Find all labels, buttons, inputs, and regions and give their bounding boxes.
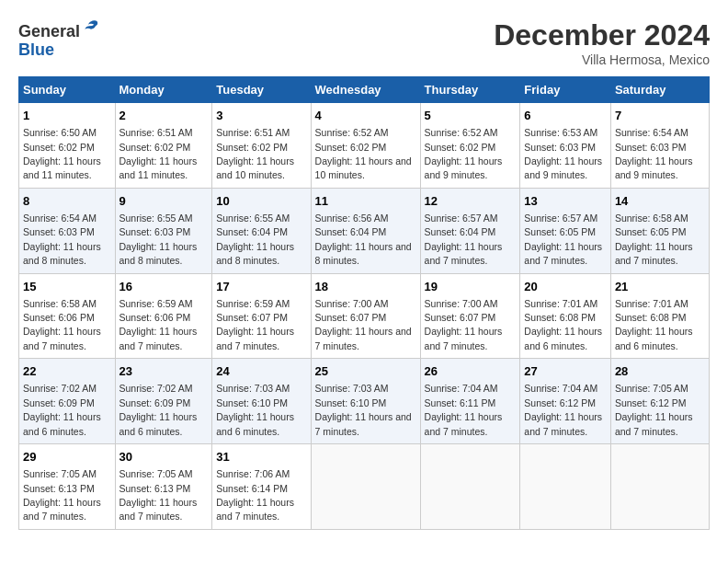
table-cell: 18Sunrise: 7:00 AMSunset: 6:07 PMDayligh… [311,273,420,359]
day-number: 12 [425,193,517,210]
logo-blue: Blue [18,40,54,59]
day-info: Sunrise: 7:04 AMSunset: 6:11 PMDaylight:… [425,383,503,436]
day-number: 26 [425,363,517,380]
table-cell: 27Sunrise: 7:04 AMSunset: 6:12 PMDayligh… [520,359,611,444]
calendar-row: 1Sunrise: 6:50 AMSunset: 6:02 PMDaylight… [19,103,710,189]
table-cell: 26Sunrise: 7:04 AMSunset: 6:11 PMDayligh… [420,359,520,444]
day-number: 5 [425,108,517,124]
day-number: 8 [23,193,111,210]
day-number: 29 [23,449,111,465]
day-number: 14 [615,193,705,210]
calendar-row: 15Sunrise: 6:58 AMSunset: 6:06 PMDayligh… [19,273,710,359]
col-wednesday: Wednesday [311,77,420,103]
day-number: 10 [216,193,306,210]
day-info: Sunrise: 7:01 AMSunset: 6:08 PMDaylight:… [615,298,693,351]
table-cell: 14Sunrise: 6:58 AMSunset: 6:05 PMDayligh… [610,188,709,273]
day-number: 20 [524,279,607,295]
day-info: Sunrise: 6:52 AMSunset: 6:02 PMDaylight:… [425,127,503,180]
day-number: 17 [216,279,306,295]
day-number: 24 [216,363,306,380]
day-number: 23 [119,363,209,380]
day-info: Sunrise: 6:58 AMSunset: 6:06 PMDaylight:… [23,298,101,351]
day-info: Sunrise: 6:59 AMSunset: 6:07 PMDaylight:… [216,298,294,351]
day-number: 22 [23,363,111,380]
table-cell: 23Sunrise: 7:02 AMSunset: 6:09 PMDayligh… [115,359,212,444]
day-info: Sunrise: 6:57 AMSunset: 6:04 PMDaylight:… [425,213,503,266]
day-info: Sunrise: 7:02 AMSunset: 6:09 PMDaylight:… [119,383,198,436]
day-number: 30 [119,449,209,465]
day-info: Sunrise: 7:05 AMSunset: 6:13 PMDaylight:… [23,468,101,522]
day-number: 4 [315,108,416,124]
day-info: Sunrise: 6:53 AMSunset: 6:03 PMDaylight:… [524,127,602,180]
day-number: 31 [216,449,306,465]
location: Villa Hermosa, Mexico [494,52,710,67]
day-info: Sunrise: 7:00 AMSunset: 6:07 PMDaylight:… [315,298,412,351]
logo-general: General [18,22,80,40]
day-info: Sunrise: 6:55 AMSunset: 6:03 PMDaylight:… [119,213,198,266]
table-cell: 17Sunrise: 6:59 AMSunset: 6:07 PMDayligh… [212,273,311,359]
day-info: Sunrise: 6:56 AMSunset: 6:04 PMDaylight:… [315,213,412,266]
col-sunday: Sunday [19,77,116,103]
table-cell: 8Sunrise: 6:54 AMSunset: 6:03 PMDaylight… [19,188,116,273]
calendar-body: 1Sunrise: 6:50 AMSunset: 6:02 PMDaylight… [19,103,710,530]
table-cell: 5Sunrise: 6:52 AMSunset: 6:02 PMDaylight… [420,103,520,189]
table-cell: 3Sunrise: 6:51 AMSunset: 6:02 PMDaylight… [212,103,311,189]
calendar-row: 8Sunrise: 6:54 AMSunset: 6:03 PMDaylight… [19,188,710,273]
day-info: Sunrise: 6:59 AMSunset: 6:06 PMDaylight:… [119,298,198,351]
table-cell: 12Sunrise: 6:57 AMSunset: 6:04 PMDayligh… [420,188,520,273]
col-tuesday: Tuesday [212,77,311,103]
day-number: 28 [615,363,705,380]
day-info: Sunrise: 7:05 AMSunset: 6:12 PMDaylight:… [615,383,693,436]
calendar-header-row: Sunday Monday Tuesday Wednesday Thursday… [19,77,710,103]
table-cell: 22Sunrise: 7:02 AMSunset: 6:09 PMDayligh… [19,359,116,444]
col-thursday: Thursday [420,77,520,103]
day-number: 3 [216,108,306,124]
logo: General Blue [18,18,100,60]
day-number: 2 [119,108,209,124]
day-number: 13 [524,193,607,210]
day-info: Sunrise: 7:06 AMSunset: 6:14 PMDaylight:… [216,468,294,522]
page-header: General Blue December 2024 Villa Hermosa… [18,18,710,67]
calendar-table: Sunday Monday Tuesday Wednesday Thursday… [18,76,710,530]
table-cell: 13Sunrise: 6:57 AMSunset: 6:05 PMDayligh… [520,188,611,273]
table-cell: 4Sunrise: 6:52 AMSunset: 6:02 PMDaylight… [311,103,420,189]
month-title: December 2024 [494,18,710,52]
table-cell: 20Sunrise: 7:01 AMSunset: 6:08 PMDayligh… [520,273,611,359]
day-number: 15 [23,279,111,295]
day-info: Sunrise: 6:55 AMSunset: 6:04 PMDaylight:… [216,213,294,266]
day-info: Sunrise: 7:02 AMSunset: 6:09 PMDaylight:… [23,383,101,436]
day-info: Sunrise: 7:03 AMSunset: 6:10 PMDaylight:… [315,383,412,436]
table-cell: 15Sunrise: 6:58 AMSunset: 6:06 PMDayligh… [19,273,116,359]
calendar-row: 22Sunrise: 7:02 AMSunset: 6:09 PMDayligh… [19,359,710,444]
calendar-row: 29Sunrise: 7:05 AMSunset: 6:13 PMDayligh… [19,444,710,530]
table-cell: 29Sunrise: 7:05 AMSunset: 6:13 PMDayligh… [19,444,116,530]
day-number: 25 [315,363,416,380]
table-cell [420,444,520,530]
day-info: Sunrise: 6:54 AMSunset: 6:03 PMDaylight:… [23,213,101,266]
day-number: 7 [615,108,705,124]
table-cell: 28Sunrise: 7:05 AMSunset: 6:12 PMDayligh… [610,359,709,444]
title-block: December 2024 Villa Hermosa, Mexico [494,18,710,67]
table-cell [311,444,420,530]
day-number: 19 [425,279,517,295]
table-cell: 16Sunrise: 6:59 AMSunset: 6:06 PMDayligh… [115,273,212,359]
day-number: 21 [615,279,705,295]
table-cell: 7Sunrise: 6:54 AMSunset: 6:03 PMDaylight… [610,103,709,189]
day-number: 6 [524,108,607,124]
logo-bird-icon [82,18,100,37]
table-cell: 31Sunrise: 7:06 AMSunset: 6:14 PMDayligh… [212,444,311,530]
table-cell: 10Sunrise: 6:55 AMSunset: 6:04 PMDayligh… [212,188,311,273]
day-number: 18 [315,279,416,295]
col-friday: Friday [520,77,611,103]
table-cell: 24Sunrise: 7:03 AMSunset: 6:10 PMDayligh… [212,359,311,444]
table-cell [610,444,709,530]
day-info: Sunrise: 6:52 AMSunset: 6:02 PMDaylight:… [315,127,412,180]
day-info: Sunrise: 6:57 AMSunset: 6:05 PMDaylight:… [524,213,602,266]
day-info: Sunrise: 6:51 AMSunset: 6:02 PMDaylight:… [119,127,198,180]
col-saturday: Saturday [610,77,709,103]
day-info: Sunrise: 7:03 AMSunset: 6:10 PMDaylight:… [216,383,294,436]
day-info: Sunrise: 6:50 AMSunset: 6:02 PMDaylight:… [23,127,101,180]
table-cell: 2Sunrise: 6:51 AMSunset: 6:02 PMDaylight… [115,103,212,189]
day-info: Sunrise: 6:54 AMSunset: 6:03 PMDaylight:… [615,127,693,180]
day-info: Sunrise: 7:04 AMSunset: 6:12 PMDaylight:… [524,383,602,436]
